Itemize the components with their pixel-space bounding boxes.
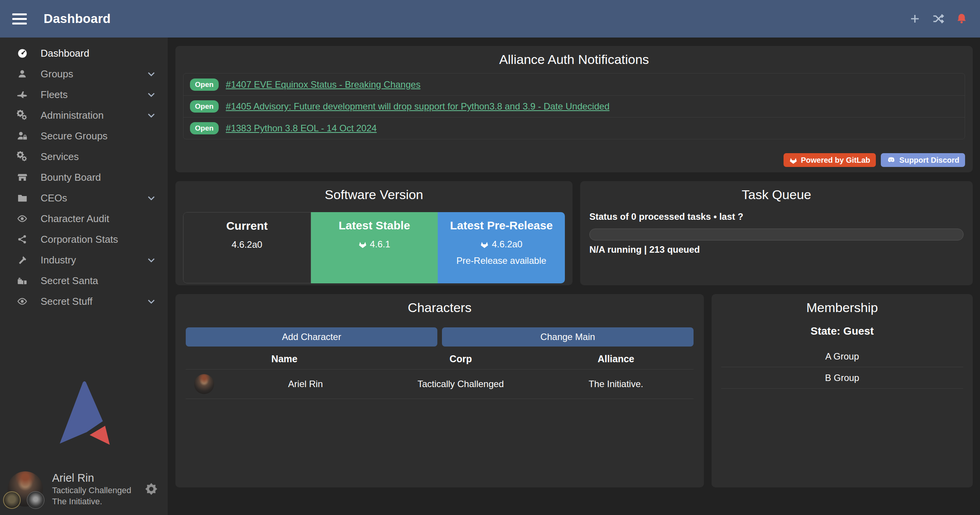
column-header-corp: Corp bbox=[383, 353, 538, 365]
version-stable: Latest Stable 4.6.1 bbox=[311, 212, 438, 283]
column-header-alliance: Alliance bbox=[538, 353, 694, 365]
version-prerelease-header: Latest Pre-Release bbox=[438, 219, 565, 232]
notifications-footer: Powered by GitLab Support Discord bbox=[183, 153, 965, 172]
jet-icon bbox=[13, 89, 31, 100]
page-title: Dashboard bbox=[44, 11, 111, 26]
status-badge: Open bbox=[190, 78, 219, 91]
sidebar-item-label: Groups bbox=[41, 68, 73, 80]
sidebar-item-ceos[interactable]: CEOs bbox=[0, 188, 168, 208]
eye-icon bbox=[13, 213, 31, 224]
sidebar-item-label: Secret Santa bbox=[41, 275, 98, 287]
sidebar-item-label: Administration bbox=[41, 110, 104, 121]
version-stable-value: 4.6.1 bbox=[370, 239, 390, 250]
gitlab-icon bbox=[358, 240, 367, 249]
gitlab-badge[interactable]: Powered by GitLab bbox=[784, 153, 876, 167]
sidebar-item-label: Dashboard bbox=[41, 47, 89, 59]
sidebar-menu: Dashboard Groups Fleets bbox=[0, 38, 168, 312]
task-queue-title: Task Queue bbox=[589, 181, 964, 202]
main-content: Alliance Auth Notifications Open #1407 E… bbox=[168, 38, 980, 515]
notifications-title: Alliance Auth Notifications bbox=[183, 46, 965, 67]
notifications-panel: Alliance Auth Notifications Open #1407 E… bbox=[175, 46, 973, 172]
sidebar: Dashboard Groups Fleets bbox=[0, 38, 168, 515]
gitlab-icon bbox=[789, 156, 797, 164]
gear-icon[interactable] bbox=[145, 482, 158, 495]
user-meta: Ariel Rin Tactically Challenged The Init… bbox=[52, 472, 131, 507]
navbar-actions bbox=[909, 12, 968, 25]
bell-icon[interactable] bbox=[955, 13, 968, 25]
row-characters-membership: Characters Add Character Change Main Nam… bbox=[175, 294, 973, 487]
membership-groups-list: A Group B Group bbox=[721, 346, 963, 389]
change-main-button[interactable]: Change Main bbox=[442, 327, 694, 347]
gears-icon bbox=[13, 151, 31, 162]
sidebar-item-corporation-stats[interactable]: Corporation Stats bbox=[0, 229, 168, 250]
chevron-down-icon bbox=[146, 296, 156, 306]
chevron-down-icon bbox=[146, 110, 156, 120]
sidebar-item-services[interactable]: Services bbox=[0, 146, 168, 167]
sidebar-item-industry[interactable]: Industry bbox=[0, 250, 168, 270]
notification-link[interactable]: #1383 Python 3.8 EOL - 14 Oct 2024 bbox=[226, 123, 377, 134]
notifications-list: Open #1407 EVE Equinox Status - Breaking… bbox=[183, 73, 965, 139]
version-current-value: 4.6.2a0 bbox=[232, 239, 262, 250]
store-icon bbox=[13, 172, 31, 183]
task-queue-status: Status of 0 processed tasks • last ? bbox=[589, 211, 964, 222]
sidebar-item-label: Corporation Stats bbox=[41, 234, 118, 245]
share-icon bbox=[13, 234, 31, 244]
membership-title: Membership bbox=[721, 294, 963, 315]
sidebar-item-groups[interactable]: Groups bbox=[0, 64, 168, 84]
notification-item: Open #1407 EVE Equinox Status - Breaking… bbox=[183, 74, 965, 95]
characters-buttons: Add Character Change Main bbox=[186, 327, 694, 347]
character-portrait bbox=[194, 374, 214, 394]
sidebar-item-label: Secret Stuff bbox=[41, 296, 92, 307]
characters-table-header: Name Corp Alliance bbox=[186, 347, 694, 369]
sidebar-item-character-audit[interactable]: Character Audit bbox=[0, 208, 168, 229]
sidebar-item-label: CEOs bbox=[41, 192, 67, 204]
folder-icon bbox=[13, 193, 31, 203]
sidebar-item-label: Industry bbox=[41, 254, 76, 266]
status-badge: Open bbox=[190, 122, 219, 134]
discord-icon bbox=[887, 155, 896, 165]
sidebar-item-secret-stuff[interactable]: Secret Stuff bbox=[0, 291, 168, 312]
alliance-auth-logo bbox=[0, 378, 168, 449]
user-corp: Tactically Challenged bbox=[52, 486, 131, 495]
version-boxes: Current 4.6.2a0 Latest Stable 4.6.1 Late… bbox=[183, 212, 565, 283]
user-lock-icon bbox=[13, 131, 31, 141]
version-prerelease-value: 4.6.2a0 bbox=[492, 239, 522, 250]
discord-badge-label: Support Discord bbox=[899, 156, 959, 165]
task-queue-progress-bar bbox=[589, 229, 964, 240]
characters-table: Name Corp Alliance Ariel Rin Tactically … bbox=[186, 347, 694, 399]
plus-icon[interactable] bbox=[909, 13, 921, 25]
discord-badge[interactable]: Support Discord bbox=[881, 153, 965, 167]
characters-panel: Characters Add Character Change Main Nam… bbox=[175, 294, 704, 487]
gauge-icon bbox=[13, 48, 31, 59]
sidebar-item-administration[interactable]: Administration bbox=[0, 105, 168, 126]
characters-title: Characters bbox=[186, 294, 694, 315]
sidebar-item-bounty-board[interactable]: Bounty Board bbox=[0, 167, 168, 188]
version-stable-header: Latest Stable bbox=[311, 219, 438, 232]
software-version-panel: Software Version Current 4.6.2a0 Latest … bbox=[175, 181, 573, 285]
notification-link[interactable]: #1407 EVE Equinox Status - Breaking Chan… bbox=[226, 79, 420, 90]
top-navbar: Dashboard bbox=[0, 0, 980, 38]
software-version-title: Software Version bbox=[175, 181, 573, 202]
add-character-button[interactable]: Add Character bbox=[186, 327, 437, 347]
gitlab-badge-label: Powered by GitLab bbox=[801, 156, 870, 165]
eye-icon bbox=[13, 296, 31, 307]
sidebar-item-secure-groups[interactable]: Secure Groups bbox=[0, 126, 168, 146]
version-prerelease-note: Pre-Release available bbox=[438, 255, 565, 266]
column-header-name: Name bbox=[186, 353, 383, 365]
sidebar-item-secret-santa[interactable]: Secret Santa bbox=[0, 270, 168, 291]
version-current: Current 4.6.2a0 bbox=[183, 212, 311, 283]
membership-panel: Membership State: Guest A Group B Group bbox=[712, 294, 973, 487]
menu-icon[interactable] bbox=[12, 13, 27, 25]
chevron-down-icon bbox=[146, 90, 156, 100]
sidebar-item-dashboard[interactable]: Dashboard bbox=[0, 43, 168, 64]
version-prerelease: Latest Pre-Release 4.6.2a0 Pre-Release a… bbox=[438, 212, 565, 283]
corp-logo bbox=[3, 491, 21, 509]
user-avatar bbox=[8, 471, 43, 507]
sidebar-item-fleets[interactable]: Fleets bbox=[0, 84, 168, 105]
hammer-icon bbox=[13, 255, 31, 265]
shuffle-icon[interactable] bbox=[932, 12, 945, 25]
sidebar-item-label: Services bbox=[41, 151, 79, 163]
notification-link[interactable]: #1405 Advisory: Future development will … bbox=[226, 101, 610, 112]
gifts-icon bbox=[13, 275, 31, 286]
chevron-down-icon bbox=[146, 193, 156, 203]
